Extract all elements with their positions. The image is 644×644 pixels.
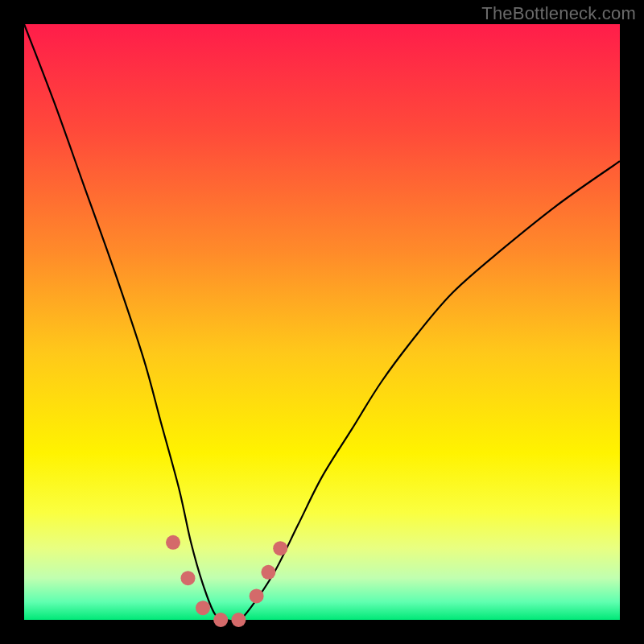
highlight-dot — [250, 588, 264, 603]
highlight-dot — [181, 571, 196, 585]
highlight-dot — [196, 601, 210, 615]
gradient-background — [24, 24, 620, 620]
watermark-text: TheBottleneck.com — [481, 3, 636, 24]
highlight-dot — [261, 565, 275, 580]
highlight-dot — [273, 541, 287, 555]
highlight-dot — [166, 535, 180, 550]
highlight-dot — [231, 613, 246, 627]
chart-canvas — [0, 0, 644, 644]
highlight-dot — [213, 613, 228, 627]
chart-frame: TheBottleneck.com — [0, 0, 644, 644]
